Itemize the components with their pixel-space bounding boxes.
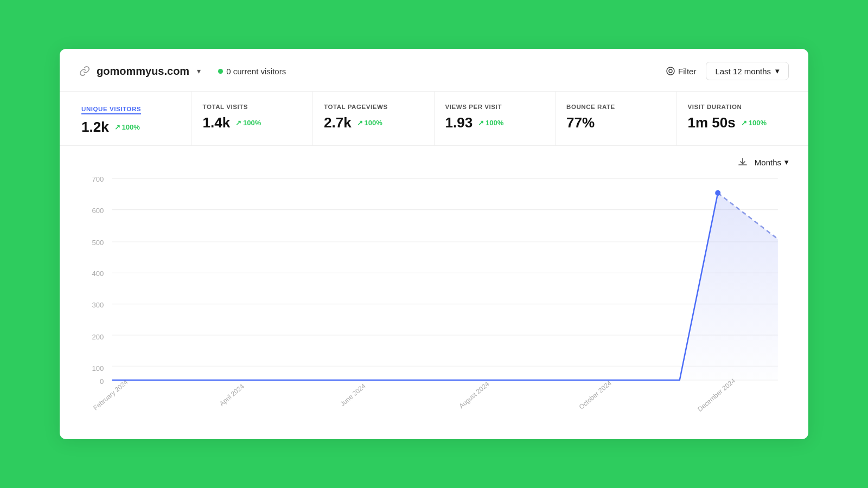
- up-arrow-icon: ↗: [478, 119, 484, 127]
- current-visitors: 0 current visitors: [218, 67, 286, 76]
- up-arrow-icon: ↗: [235, 119, 241, 127]
- stat-value-row-visit-duration: 1m 50s↗ 100%: [688, 114, 787, 131]
- stat-cell-visit-duration[interactable]: VISIT DURATION1m 50s↗ 100%: [677, 92, 798, 145]
- x-label-apr: April 2024: [218, 382, 246, 408]
- stat-value-unique-visitors: 1.2k: [81, 119, 109, 136]
- download-icon: [737, 157, 748, 168]
- site-name: gomommyus.com: [97, 65, 189, 78]
- download-button[interactable]: [737, 157, 748, 168]
- header: gomommyus.com ▾ 0 current visitors Filte…: [60, 49, 808, 92]
- chart-peak-dot: [715, 190, 720, 196]
- chart-container: 700 600 500 400 300 200 100 0 Febru: [79, 172, 789, 405]
- y-label-500: 500: [92, 239, 104, 247]
- stat-change-unique-visitors: ↗ 100%: [114, 123, 140, 131]
- stat-label-total-visits: TOTAL VISITS: [203, 104, 302, 110]
- y-label-200: 200: [92, 333, 104, 341]
- up-arrow-icon: ↗: [741, 119, 747, 127]
- stat-label-unique-visitors: UNIQUE VISITORS: [81, 106, 141, 114]
- stat-change-views-per-visit: ↗ 100%: [478, 119, 503, 127]
- stat-change-total-pageviews: ↗ 100%: [357, 119, 382, 127]
- months-dropdown[interactable]: Months ▾: [755, 157, 789, 167]
- stat-label-visit-duration: VISIT DURATION: [688, 104, 787, 110]
- header-right: Filter Last 12 months ▾: [666, 62, 789, 80]
- chart-area-fill: [112, 193, 778, 380]
- filter-label: Filter: [678, 67, 696, 76]
- stat-value-total-pageviews: 2.7k: [324, 114, 352, 131]
- y-label-700: 700: [92, 175, 104, 183]
- stat-label-bounce-rate: BOUNCE RATE: [566, 104, 666, 110]
- stat-label-total-pageviews: TOTAL PAGEVIEWS: [324, 104, 423, 110]
- months-chevron: ▾: [784, 157, 789, 167]
- stat-value-visit-duration: 1m 50s: [688, 114, 736, 131]
- y-label-300: 300: [92, 301, 104, 309]
- y-label-600: 600: [92, 207, 104, 215]
- x-label-dec: December 2024: [696, 377, 737, 413]
- stat-cell-unique-visitors[interactable]: UNIQUE VISITORS1.2k↗ 100%: [71, 92, 192, 145]
- stat-value-row-total-pageviews: 2.7k↗ 100%: [324, 114, 423, 131]
- stat-value-views-per-visit: 1.93: [445, 114, 473, 131]
- stat-cell-views-per-visit[interactable]: VIEWS PER VISIT1.93↗ 100%: [435, 92, 556, 145]
- stat-change-visit-duration: ↗ 100%: [741, 119, 767, 127]
- x-label-feb: February 2024: [92, 378, 129, 412]
- filter-button[interactable]: Filter: [666, 67, 696, 76]
- current-visitors-label: 0 current visitors: [226, 67, 286, 76]
- date-range-label: Last 12 months: [715, 67, 771, 76]
- up-arrow-icon: ↗: [114, 123, 120, 131]
- chart-solid-line: [112, 193, 718, 380]
- stat-cell-total-pageviews[interactable]: TOTAL PAGEVIEWS2.7k↗ 100%: [313, 92, 435, 145]
- site-dropdown-icon[interactable]: ▾: [197, 67, 201, 75]
- x-label-jun: June 2024: [339, 382, 367, 408]
- stat-cell-total-visits[interactable]: TOTAL VISITS1.4k↗ 100%: [192, 92, 314, 145]
- svg-point-0: [667, 67, 674, 75]
- stat-label-views-per-visit: VIEWS PER VISIT: [445, 104, 545, 110]
- stat-value-row-unique-visitors: 1.2k↗ 100%: [81, 119, 181, 136]
- svg-point-1: [669, 69, 672, 73]
- chart-svg: 700 600 500 400 300 200 100 0 Febru: [79, 172, 789, 405]
- link-icon: [79, 66, 90, 76]
- x-label-oct: October 2024: [578, 379, 613, 411]
- stat-value-row-views-per-visit: 1.93↗ 100%: [445, 114, 545, 131]
- date-dropdown-chevron: ▾: [775, 66, 780, 76]
- y-label-0: 0: [100, 377, 104, 386]
- date-range-dropdown[interactable]: Last 12 months ▾: [706, 62, 789, 80]
- online-indicator: [218, 69, 223, 74]
- stats-row: UNIQUE VISITORS1.2k↗ 100%TOTAL VISITS1.4…: [60, 92, 808, 146]
- header-left: gomommyus.com ▾ 0 current visitors: [79, 65, 286, 78]
- up-arrow-icon: ↗: [357, 119, 363, 127]
- stat-value-total-visits: 1.4k: [203, 114, 231, 131]
- y-label-400: 400: [92, 269, 104, 278]
- months-label: Months: [755, 158, 781, 167]
- filter-icon: [666, 67, 675, 75]
- x-label-aug: August 2024: [458, 380, 491, 410]
- chart-section: Months ▾ 700 600 500 400: [60, 146, 808, 420]
- stat-change-total-visits: ↗ 100%: [235, 119, 261, 127]
- stat-value-row-bounce-rate: 77%: [566, 114, 666, 131]
- stat-cell-bounce-rate[interactable]: BOUNCE RATE77%: [556, 92, 677, 145]
- y-label-100: 100: [92, 364, 104, 372]
- chart-controls: Months ▾: [79, 151, 789, 168]
- analytics-card: gomommyus.com ▾ 0 current visitors Filte…: [60, 49, 808, 439]
- stat-value-row-total-visits: 1.4k↗ 100%: [203, 114, 302, 131]
- stat-value-bounce-rate: 77%: [566, 114, 595, 131]
